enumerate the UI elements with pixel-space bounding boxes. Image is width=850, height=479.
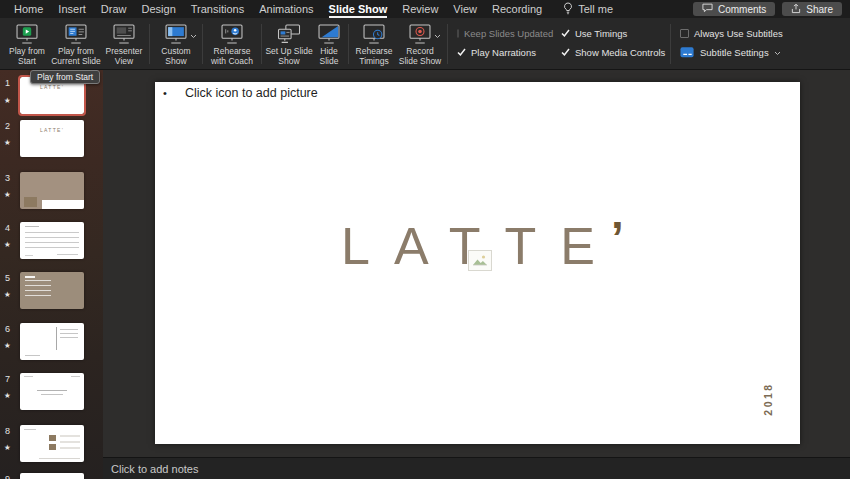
custom-show-button[interactable]: Custom Show — [153, 21, 199, 69]
slide-number: 9 — [5, 474, 10, 479]
comments-button[interactable]: Comments — [693, 2, 775, 16]
rehearse-with-coach-icon — [219, 23, 245, 45]
slide-thumbnail-6[interactable] — [20, 323, 84, 360]
slide-title-apostrophe: ’ — [611, 218, 624, 259]
presenter-view-button[interactable]: Presenter View — [102, 21, 146, 69]
animation-star-icon: ★ — [4, 341, 11, 350]
play-from-current-slide-icon — [63, 23, 89, 45]
ribbon-group-divider — [447, 24, 448, 64]
check-icon — [561, 28, 570, 39]
presenter-view-icon — [111, 23, 137, 45]
slide-number: 8 — [5, 426, 10, 436]
insert-picture-icon[interactable] — [468, 250, 492, 271]
share-button[interactable]: Share — [782, 2, 842, 16]
slide-number: 3 — [5, 173, 10, 183]
slide-number: 7 — [5, 374, 10, 384]
hide-slide-button[interactable]: Hide Slide — [313, 21, 345, 69]
animation-star-icon: ★ — [4, 96, 11, 105]
keep-slides-updated-checkbox[interactable]: Keep Slides Updated — [457, 28, 551, 39]
play-from-start-button[interactable]: Play from Start — [4, 21, 50, 69]
tab-transitions[interactable]: Transitions — [191, 0, 244, 18]
animation-star-icon: ★ — [4, 240, 11, 249]
ribbon-group-divider — [348, 24, 349, 64]
chevron-down-icon — [774, 47, 781, 58]
play-from-start-icon — [14, 23, 40, 45]
bullet-glyph: • — [163, 87, 185, 99]
ribbon-group-divider — [261, 24, 262, 64]
chevron-down-icon — [434, 25, 441, 43]
ribbon-group-divider — [202, 24, 203, 64]
set-up-slide-show-icon — [276, 23, 302, 45]
use-timings-checkbox[interactable]: Use Timings — [561, 28, 663, 39]
animation-star-icon: ★ — [4, 190, 11, 199]
slide-thumbnail-7[interactable] — [20, 373, 84, 410]
tab-view[interactable]: View — [453, 0, 477, 18]
current-slide[interactable]: • Click icon to add picture LATTE ’ 2018 — [155, 82, 800, 444]
tab-recording[interactable]: Recording — [492, 0, 542, 18]
play-from-start-tooltip: Play from Start — [30, 70, 100, 84]
ribbon-group-divider — [670, 24, 671, 64]
tab-draw[interactable]: Draw — [101, 0, 127, 18]
slide-number: 1 — [5, 78, 10, 88]
tab-review[interactable]: Review — [402, 0, 438, 18]
slide-number: 4 — [5, 223, 10, 233]
rehearse-with-coach-button[interactable]: Rehearse with Coach — [206, 21, 258, 69]
chevron-down-icon — [190, 25, 197, 43]
lightbulb-icon — [563, 2, 573, 17]
share-icon — [791, 3, 801, 16]
animation-star-icon: ★ — [4, 138, 11, 147]
slide-number: 6 — [5, 324, 10, 334]
ribbon-subtitles-column: Always Use Subtitles Subtitle Settings — [674, 21, 796, 69]
slide-show-ribbon: Play from Start Play from Current Slide … — [0, 18, 850, 70]
slide-number: 5 — [5, 273, 10, 283]
slide-canvas: • Click icon to add picture LATTE ’ 2018… — [103, 70, 850, 479]
checkbox-icon — [680, 29, 689, 38]
tell-me[interactable]: Tell me — [563, 2, 613, 17]
slide-thumbnail-9[interactable] — [20, 473, 84, 479]
rehearse-timings-icon — [361, 23, 387, 45]
hide-slide-icon — [316, 23, 342, 45]
checkbox-icon — [457, 29, 459, 38]
ribbon-group-divider — [149, 24, 150, 64]
tab-insert[interactable]: Insert — [58, 0, 86, 18]
ribbon-checkbox-column-2: Use Timings Show Media Controls — [555, 21, 667, 69]
slide-number: 2 — [5, 121, 10, 131]
subtitle-settings-button[interactable]: Subtitle Settings — [680, 46, 792, 59]
comment-bubble-icon — [702, 3, 713, 15]
check-icon — [457, 47, 466, 58]
tab-animations[interactable]: Animations — [259, 0, 313, 18]
tab-design[interactable]: Design — [142, 0, 176, 18]
notes-pane[interactable]: Click to add notes — [103, 457, 850, 479]
tab-slide-show[interactable]: Slide Show — [329, 0, 388, 18]
slide-thumbnail-panel: 1 ★ LATTE’ 2 ★ LATTE’ 3 ★ 4 ★ — [0, 70, 103, 479]
rehearse-timings-button[interactable]: Rehearse Timings — [352, 21, 396, 69]
set-up-slide-show-button[interactable]: Set Up Slide Show — [265, 21, 313, 69]
show-media-controls-checkbox[interactable]: Show Media Controls — [561, 47, 663, 58]
record-slide-show-icon — [407, 23, 433, 45]
slide-thumbnail-5[interactable] — [20, 272, 84, 309]
notes-placeholder: Click to add notes — [111, 463, 198, 475]
subtitle-settings-icon — [680, 46, 695, 59]
check-icon — [561, 47, 570, 58]
slide-thumbnail-3[interactable] — [20, 172, 84, 209]
tab-home[interactable]: Home — [14, 0, 43, 18]
animation-star-icon: ★ — [4, 391, 11, 400]
custom-show-icon — [163, 23, 189, 45]
animation-star-icon: ★ — [4, 290, 11, 299]
ribbon-checkbox-column-1: Keep Slides Updated Play Narrations — [451, 21, 555, 69]
picture-placeholder-prompt[interactable]: • Click icon to add picture — [163, 86, 318, 100]
ribbon-tab-bar: Home Insert Draw Design Transitions Anim… — [0, 0, 850, 18]
animation-star-icon: ★ — [4, 443, 11, 452]
play-from-current-slide-button[interactable]: Play from Current Slide — [50, 21, 102, 69]
play-narrations-checkbox[interactable]: Play Narrations — [457, 47, 551, 58]
record-slide-show-button[interactable]: Record Slide Show — [396, 21, 444, 69]
slide-thumbnail-8[interactable] — [20, 425, 84, 462]
slide-thumbnail-4[interactable] — [20, 222, 84, 259]
always-use-subtitles-checkbox[interactable]: Always Use Subtitles — [680, 28, 792, 39]
slide-thumbnail-2[interactable]: LATTE’ — [20, 120, 84, 157]
powerpoint-window: Home Insert Draw Design Transitions Anim… — [0, 0, 850, 479]
slide-year-text[interactable]: 2018 — [762, 379, 776, 419]
